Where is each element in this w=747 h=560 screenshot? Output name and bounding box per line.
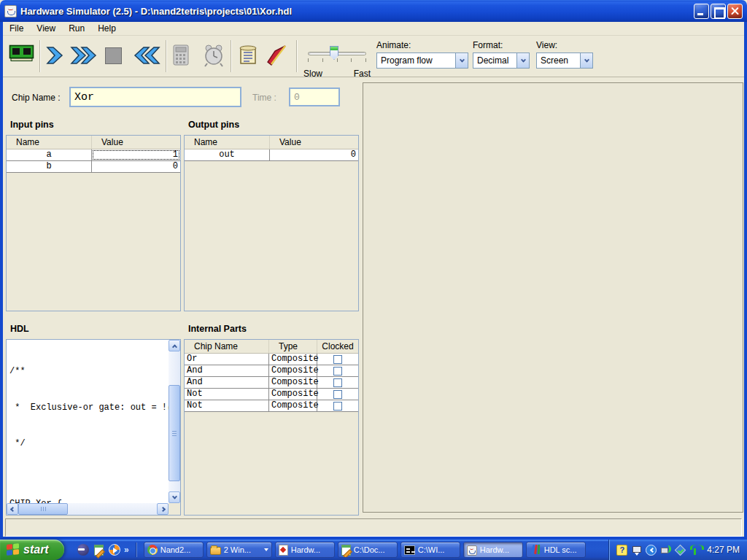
table-row: And Composite [185,365,358,377]
code-line[interactable]: */ [7,438,169,450]
close-button[interactable] [727,4,743,19]
fast-label: Fast [354,69,371,79]
toolbar-separator [166,40,167,72]
pin-name: out [185,149,270,160]
quick-launch-more-chevron[interactable]: » [124,545,129,555]
vertical-scrollbar[interactable] [169,340,180,503]
task-button-explorer-group[interactable]: 2 Win... [206,542,272,558]
clocked-checkbox[interactable] [333,378,342,387]
internal-parts-panel: Internal Parts Chip Name Type Clocked Or… [184,319,359,516]
chip-name-input[interactable] [69,87,241,107]
minimize-button[interactable] [694,4,709,19]
network-activity-icon[interactable] [660,545,671,556]
input-pins-table: Name Value a 1 b 0 [6,135,181,311]
single-step-button[interactable] [45,45,64,66]
chevron-down-icon[interactable] [455,53,468,68]
hidden-icons-chevron[interactable] [646,545,657,556]
scrollbar-thumb[interactable] [169,385,180,481]
table-row: Not Composite [185,400,358,412]
part-chip[interactable]: Or [185,354,269,365]
horizontal-scrollbar[interactable] [7,503,169,515]
part-chip[interactable]: And [185,377,269,388]
eclipse-icon[interactable] [77,544,89,556]
part-chip[interactable]: Not [185,400,269,411]
clocked-checkbox[interactable] [333,355,342,364]
load-chip-button[interactable] [9,43,35,63]
windows-flag-icon [7,543,20,556]
task-button-notepad[interactable]: C:\Doc... [338,542,398,558]
scroll-left-button[interactable] [7,503,18,515]
chevron-down-icon[interactable] [580,53,592,68]
rewind-button[interactable] [133,45,160,66]
taskbar-divider [136,542,136,557]
system-tray: ? 4:27 PM [608,540,747,560]
media-player-icon[interactable] [109,544,120,556]
title-bar[interactable]: Hardware Simulator (2.5) - D:\nand2tetri… [0,0,747,22]
double-arrow-icon [70,45,98,66]
part-type: Composite [269,365,317,376]
hdl-title: HDL [6,319,181,339]
clocked-checkbox[interactable] [333,390,342,399]
code-line[interactable]: * Exclusive-or gate: out = !(a [7,402,169,414]
scroll-up-button[interactable] [169,340,180,351]
speed-slider[interactable]: Slow Fast [303,46,371,75]
evaluate-button[interactable] [266,44,287,66]
task-button-browser[interactable]: Nand2... [144,542,204,558]
sync-app-icon[interactable] [675,544,686,556]
safely-remove-icon[interactable] [631,545,642,556]
chevron-down-icon[interactable] [516,53,529,68]
internal-parts-title: Internal Parts [184,319,359,339]
scroll-down-button[interactable] [169,491,180,503]
table-row: Not Composite [185,389,358,400]
java-update-icon[interactable]: ? [616,545,627,556]
chrome-icon [147,545,158,555]
hdl-code-area: /** * Exclusive-or gate: out = !(a */ CH… [6,339,181,516]
task-button-hardware-simulator[interactable]: Hardw... [463,542,523,558]
menu-help[interactable]: Help [91,23,123,34]
clock[interactable]: 4:27 PM [707,545,740,555]
time-label: Time : [252,93,276,103]
wireless-icon[interactable] [689,545,700,556]
pin-value[interactable]: 0 [92,161,180,172]
menu-bar: File View Run Help [3,22,744,36]
maximize-button[interactable] [711,4,726,19]
start-button[interactable]: start [0,540,64,560]
task-button-hdl-script[interactable]: HDL sc... [526,542,586,558]
scrollbar-thumb[interactable] [18,503,68,515]
table-row: Or Composite [185,354,358,365]
col-value: Value [270,136,358,149]
part-chip[interactable]: Not [185,389,269,400]
table-header: Name Value [7,136,180,149]
menu-file[interactable]: File [3,23,30,34]
animate-select[interactable]: Program flow [376,52,468,69]
code-line[interactable]: /** [7,365,169,378]
run-button[interactable] [70,45,98,66]
view-select[interactable]: Screen [536,52,593,69]
window-border-right [744,22,747,540]
load-script-button[interactable] [238,44,258,66]
editor-icon[interactable] [94,545,104,556]
clocked-checkbox[interactable] [333,402,342,411]
task-button-pdf[interactable]: Hardw... [275,542,335,558]
clocked-checkbox[interactable] [333,367,342,376]
scroll-right-button[interactable] [157,503,169,515]
part-chip[interactable]: And [185,365,269,376]
menu-run[interactable]: Run [62,23,91,34]
window-border-left [0,22,3,540]
chip-name-label: Chip Name : [12,93,61,103]
output-pins-panel: Output pins Name Value out 0 [184,114,359,311]
format-select[interactable]: Decimal [473,52,530,69]
menu-view[interactable]: View [30,23,62,34]
folder-icon [210,547,221,555]
task-label: Hardw... [291,545,320,554]
desktop: Hardware Simulator (2.5) - D:\nand2tetri… [0,0,747,560]
col-name: Name [7,136,92,149]
table-row: b 0 [7,161,180,173]
code-line[interactable]: CHIP Xor { [7,498,169,504]
pin-value[interactable]: 1 [92,149,180,160]
pencils-icon [530,544,541,556]
task-button-cmd[interactable]: C:\WI... [400,542,460,558]
memory-chip-icon [9,43,35,63]
output-pins-table: Name Value out 0 [184,135,359,311]
task-label: Nand2... [160,545,191,554]
